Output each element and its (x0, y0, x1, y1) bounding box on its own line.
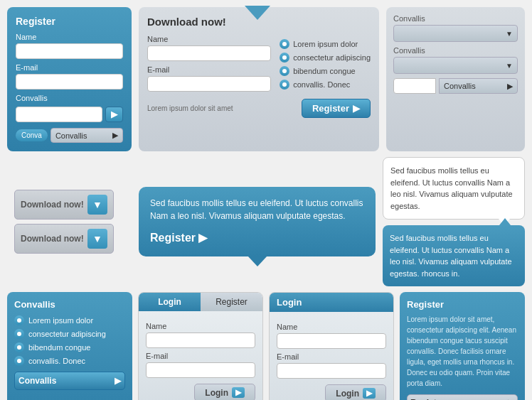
dropdown-group-2: Convallis ▼ (393, 46, 518, 74)
lo-arrow-icon: ▶ (363, 388, 376, 399)
lr-arrow-icon: ▶ (232, 387, 245, 398)
name-input[interactable] (16, 43, 123, 59)
register-title: Register (16, 16, 123, 27)
list-radio-4 (14, 356, 24, 366)
radio-list: Lorem ipsum dolor consectetur adipiscing… (280, 39, 371, 93)
list-item-2: consectetur adipiscing (14, 329, 125, 339)
register-cta-btn[interactable]: Register ▶ (150, 229, 364, 247)
radio-label-1: Lorem ipsum dolor (293, 40, 358, 48)
register-info-btn[interactable]: Register ▶ (407, 394, 518, 400)
lo-login-btn[interactable]: Login ▶ (325, 384, 386, 400)
speech-bubble-top: Sed faucibus mollis tellus eu eleifend. … (383, 157, 525, 220)
tab-register[interactable]: Register (201, 293, 262, 311)
radio-label-4: convallis. Donec (293, 80, 350, 89)
convallis-list-widget: Convallis Lorem ipsum dolor consectetur … (7, 292, 132, 400)
lo-name-label: Name (277, 323, 386, 331)
download-icon-1: ▼ (87, 195, 107, 215)
tooltip-right-bottom-text: Sed faucibus mollis tellus eu eleifend. … (390, 232, 518, 279)
list-item-4: convallis. Donec (14, 356, 125, 366)
register-info-widget: Register Lorem ipsum dolor sit amet, con… (400, 292, 525, 400)
list-item-3: bibendum congue (14, 342, 125, 352)
convallis-widget: Convallis ▼ Convallis ▼ Convallis ▶ (386, 7, 525, 151)
right-tooltips: Sed faucibus mollis tellus eu eleifend. … (383, 157, 525, 286)
download-arrow-icon (245, 6, 270, 20)
dl-email-label: E-mail (147, 65, 271, 74)
radio-dot-4 (280, 80, 289, 90)
cw-convallis-btn[interactable]: Convallis ▶ (439, 78, 518, 94)
radio-label-2: consectetur adipiscing (293, 53, 371, 62)
dl-email-input[interactable] (147, 76, 271, 92)
register-widget: Register Name E-mail Convallis ▶ Conva C… (7, 7, 132, 151)
download-btn-2-label: Download now! (21, 234, 84, 244)
lo-email-input[interactable] (277, 363, 386, 379)
lr-email-label: E-mail (146, 352, 255, 360)
list-radio-3 (14, 342, 24, 352)
convallis-arrow-btn[interactable]: ▶ (105, 107, 123, 122)
cw-dropdown-2[interactable]: ▼ (393, 57, 518, 74)
convallis-list-title: Convallis (14, 299, 125, 310)
list-item-1-label: Lorem ipsum dolor (28, 316, 93, 325)
register-info-text: Lorem ipsum dolor sit amet, consectetur … (407, 314, 518, 389)
convallis-input[interactable] (16, 107, 102, 122)
convallis-list-btn[interactable]: Convallis ▶ (14, 372, 125, 390)
login-form-body: Name E-mail Login ▶ (139, 311, 262, 400)
login-only-body: Name E-mail Login ▶ (270, 312, 393, 400)
download-btn-1-label: Download now! (21, 200, 84, 210)
lr-email-input[interactable] (146, 362, 255, 378)
center-tooltip: Sed faucibus mollis tellus eu eleifend. … (139, 187, 376, 256)
dropdown-group-1: Convallis ▼ (393, 14, 518, 42)
list-item-1: Lorem ipsum dolor (14, 315, 125, 325)
list-radio-2 (14, 329, 24, 339)
cw-dropdown-1[interactable]: ▼ (393, 25, 518, 42)
list-item-4-label: convallis. Donec (28, 357, 85, 365)
chevron-down-icon-2: ▼ (506, 62, 513, 70)
download-icon-2: ▼ (87, 229, 107, 249)
conva-text-input[interactable] (393, 78, 436, 94)
radio-item-3: bibendum congue (280, 66, 371, 76)
cw-label-1: Convallis (393, 14, 518, 23)
download-btn-2[interactable]: Download now! ▼ (14, 224, 114, 254)
login-only-widget: Login Name E-mail Login ▶ (269, 292, 394, 400)
dl-name-input[interactable] (147, 45, 271, 61)
download-btn-1[interactable]: Download now! ▼ (14, 190, 114, 220)
email-input[interactable] (16, 74, 123, 90)
radio-dot-3 (280, 66, 289, 76)
lr-name-input[interactable] (146, 333, 255, 348)
email-label: E-mail (16, 63, 123, 72)
radio-dot-1 (280, 39, 289, 49)
login-register-tabs-widget: Login Register Name E-mail Login ▶ (138, 292, 263, 400)
name-label: Name (16, 33, 123, 41)
buttons-column: Download now! ▼ Download now! ▼ (7, 190, 132, 254)
chevron-down-icon: ▼ (506, 30, 513, 38)
speech-bubble-bottom: Sed faucibus mollis tellus eu eleifend. … (383, 225, 525, 286)
dl-register-btn[interactable]: Register ▶ (302, 99, 371, 118)
list-radio-1 (14, 315, 24, 325)
lo-email-label: E-mail (277, 352, 386, 361)
list-item-3-label: bibendum congue (28, 343, 90, 352)
tooltip-right-top-text: Sed faucibus mollis tellus eu eleifend. … (390, 165, 517, 212)
cw-label-2: Convallis (393, 46, 518, 55)
lo-name-input[interactable] (277, 333, 386, 349)
dl-name-label: Name (147, 35, 271, 43)
lr-login-btn[interactable]: Login ▶ (194, 384, 255, 400)
tab-bar: Login Register (139, 293, 262, 311)
radio-item-4: convallis. Donec (280, 80, 371, 90)
login-only-header: Login (270, 293, 393, 312)
register-info-title: Register (407, 299, 518, 310)
convallis-label: Convallis (16, 94, 123, 102)
radio-item-2: consectetur adipiscing (280, 53, 371, 63)
tooltip-center-text: Sed faucibus mollis tellus eu eleifend. … (150, 197, 364, 222)
lr-name-label: Name (146, 322, 255, 330)
convallis-dropdown-btn[interactable]: Convallis ▶ (50, 128, 123, 143)
conva-btn[interactable]: Conva (16, 129, 48, 141)
download-widget: Download now! Name E-mail Lorem ipsum do… (139, 7, 379, 151)
lorem-text: Lorem ipsum dolor sit amet (147, 104, 233, 112)
radio-dot-2 (280, 53, 289, 63)
radio-item-1: Lorem ipsum dolor (280, 39, 371, 49)
tab-login[interactable]: Login (139, 293, 201, 311)
radio-label-3: bibendum congue (293, 67, 355, 75)
list-item-2-label: consectetur adipiscing (28, 330, 106, 338)
conva-bottom-row: Convallis ▶ (393, 78, 518, 94)
